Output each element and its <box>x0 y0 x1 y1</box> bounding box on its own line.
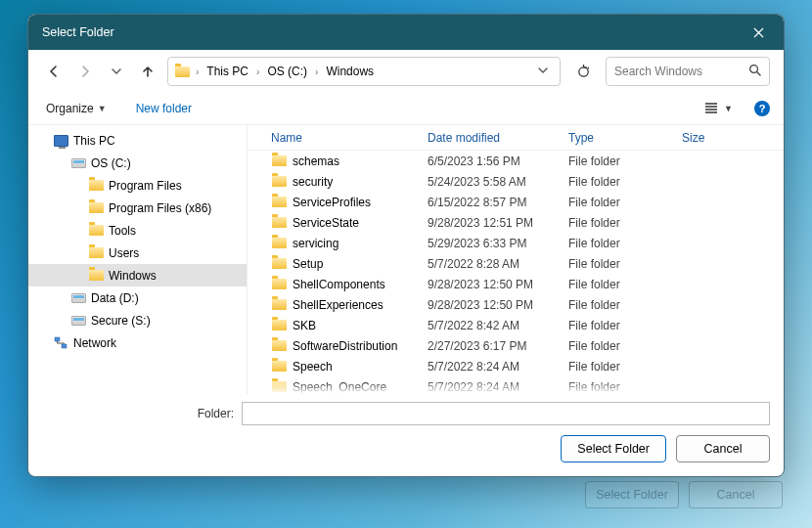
tree-item-label: Tools <box>109 224 136 238</box>
new-folder-button[interactable]: New folder <box>132 98 196 119</box>
file-name-cell: ServiceProfiles <box>271 195 428 210</box>
file-type-cell: File folder <box>568 278 682 291</box>
tree-item[interactable]: Program Files (x86) <box>28 197 247 219</box>
up-button[interactable] <box>136 60 159 83</box>
file-row[interactable]: servicing5/29/2023 6:33 PMFile folder <box>248 233 784 253</box>
folder-label: Folder: <box>42 407 234 420</box>
column-header-name[interactable]: Name <box>271 131 428 145</box>
file-name-cell: Speech_OneCore <box>271 379 428 395</box>
tree-item-label: Data (D:) <box>91 291 139 305</box>
column-headers[interactable]: Name Date modified Type Size <box>248 125 784 151</box>
folder-icon <box>174 64 190 79</box>
tree-item-label: Program Files (x86) <box>109 201 211 215</box>
folder-icon <box>271 215 287 231</box>
tree-item[interactable]: Network <box>28 331 247 354</box>
search-input[interactable] <box>614 65 743 78</box>
file-date-cell: 5/29/2023 6:33 PM <box>428 237 568 250</box>
tree-item[interactable]: Secure (S:) <box>28 309 247 331</box>
folder-icon <box>271 154 287 169</box>
file-type-cell: File folder <box>568 196 682 209</box>
breadcrumb-segment-osc[interactable]: OS (C:) <box>265 65 309 78</box>
folder-icon <box>88 268 104 284</box>
arrow-up-icon <box>141 65 155 78</box>
tree-item[interactable]: This PC <box>28 129 247 152</box>
file-row[interactable]: SoftwareDistribution2/27/2023 6:17 PMFil… <box>248 335 784 356</box>
select-folder-button[interactable]: Select Folder <box>561 435 666 462</box>
folder-icon <box>271 338 287 354</box>
file-row[interactable]: ServiceProfiles6/15/2022 8:57 PMFile fol… <box>248 192 784 212</box>
refresh-icon <box>576 65 591 79</box>
file-type-cell: File folder <box>568 154 682 168</box>
file-type-cell: File folder <box>568 339 682 353</box>
tree-item-label: Program Files <box>109 179 182 193</box>
file-date-cell: 2/27/2023 6:17 PM <box>428 339 568 353</box>
close-icon <box>753 27 764 38</box>
nav-row: › This PC › OS (C:) › Windows <box>28 50 784 93</box>
tree-item[interactable]: Program Files <box>28 174 247 197</box>
search-icon <box>748 64 761 79</box>
drive-icon <box>70 313 86 329</box>
file-row[interactable]: schemas6/5/2023 1:56 PMFile folder <box>248 151 784 171</box>
folder-icon <box>271 379 287 395</box>
refresh-button[interactable] <box>568 57 598 86</box>
tree-item-label: Users <box>109 246 139 260</box>
recent-dropdown[interactable] <box>105 60 128 83</box>
file-type-cell: File folder <box>568 237 682 250</box>
back-button[interactable] <box>42 60 66 83</box>
help-button[interactable]: ? <box>754 101 770 116</box>
file-rows[interactable]: schemas6/5/2023 1:56 PMFile foldersecuri… <box>248 151 784 394</box>
tree-item[interactable]: Windows <box>28 264 247 286</box>
folder-icon <box>271 277 287 292</box>
file-list-pane: Name Date modified Type Size schemas6/5/… <box>248 125 784 394</box>
search-box[interactable] <box>606 57 770 86</box>
cancel-button[interactable]: Cancel <box>676 435 770 462</box>
file-row[interactable]: ShellExperiences9/28/2023 12:50 PMFile f… <box>248 294 784 315</box>
breadcrumb-segment-thispc[interactable]: This PC <box>204 65 250 78</box>
organize-button[interactable]: Organize ▼ <box>42 98 111 119</box>
folder-input[interactable] <box>242 402 770 425</box>
folder-icon <box>88 178 104 194</box>
chevron-right-icon: › <box>313 66 320 77</box>
view-mode-button[interactable]: ▼ <box>704 103 733 114</box>
column-header-date[interactable]: Date modified <box>428 131 568 145</box>
address-dropdown[interactable] <box>532 65 554 78</box>
breadcrumb-segment-windows[interactable]: Windows <box>324 65 376 78</box>
forward-button[interactable] <box>73 60 97 83</box>
background-dialog-buttons: Select Folder Cancel <box>585 481 783 508</box>
tree-item-label: OS (C:) <box>91 156 131 170</box>
tree-item-label: Secure (S:) <box>91 314 151 328</box>
tree-item[interactable]: Data (D:) <box>28 286 247 309</box>
file-row[interactable]: security5/24/2023 5:58 AMFile folder <box>248 171 784 192</box>
tree-item[interactable]: OS (C:) <box>28 152 247 174</box>
file-date-cell: 9/28/2023 12:50 PM <box>428 278 568 291</box>
column-header-size[interactable]: Size <box>682 131 741 145</box>
file-date-cell: 5/7/2022 8:42 AM <box>428 319 568 332</box>
tree-item[interactable]: Tools <box>28 219 247 242</box>
folder-icon <box>271 256 287 272</box>
navigation-tree[interactable]: This PCOS (C:)Program FilesProgram Files… <box>28 125 248 394</box>
tree-item-label: Windows <box>109 269 157 283</box>
file-name-cell: SoftwareDistribution <box>271 338 428 354</box>
close-button[interactable] <box>744 19 772 46</box>
chevron-down-icon <box>112 66 121 76</box>
file-row[interactable]: Speech5/7/2022 8:24 AMFile folder <box>248 356 784 376</box>
file-date-cell: 9/28/2023 12:51 PM <box>428 216 568 230</box>
file-row[interactable]: ServiceState9/28/2023 12:51 PMFile folde… <box>248 212 784 233</box>
file-row[interactable]: Setup5/7/2022 8:28 AMFile folder <box>248 253 784 274</box>
file-name-cell: security <box>271 174 428 190</box>
file-row[interactable]: SKB5/7/2022 8:42 AMFile folder <box>248 315 784 335</box>
file-name-cell: ServiceState <box>271 215 428 231</box>
file-row[interactable]: Speech_OneCore5/7/2022 8:24 AMFile folde… <box>248 376 784 394</box>
folder-icon <box>88 245 104 261</box>
folder-icon <box>271 359 287 374</box>
file-type-cell: File folder <box>568 380 682 394</box>
drive-icon <box>70 155 86 171</box>
address-bar[interactable]: › This PC › OS (C:) › Windows <box>167 57 561 86</box>
thispc-icon <box>53 133 68 149</box>
column-header-type[interactable]: Type <box>568 131 682 145</box>
tree-item-label: This PC <box>73 134 115 148</box>
file-row[interactable]: ShellComponents9/28/2023 12:50 PMFile fo… <box>248 274 784 294</box>
tree-item[interactable]: Users <box>28 242 247 264</box>
tree-item-label: Network <box>73 336 116 350</box>
folder-icon <box>271 318 287 333</box>
